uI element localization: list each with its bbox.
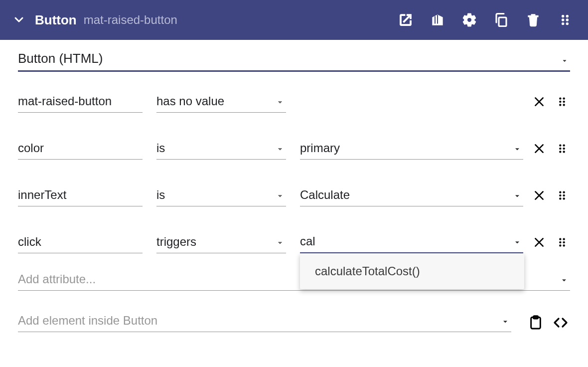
element-header: Button mat-raised-button <box>0 0 588 40</box>
attribute-operator-text: is <box>156 141 270 155</box>
svg-point-20 <box>563 191 565 193</box>
element-type-select[interactable]: Button (HTML) <box>18 48 570 72</box>
svg-point-9 <box>560 101 562 103</box>
attribute-name-text: color <box>18 141 143 155</box>
svg-point-13 <box>560 145 562 147</box>
attribute-name-input[interactable]: color <box>18 138 143 160</box>
dropdown-caret-icon[interactable] <box>274 143 286 155</box>
remove-attribute-icon[interactable] <box>531 234 547 250</box>
attribute-value-input[interactable]: Calculate <box>300 185 523 206</box>
svg-point-10 <box>563 101 565 103</box>
attribute-value-text: primary <box>300 141 507 155</box>
svg-point-17 <box>560 151 562 153</box>
attribute-operator-select[interactable]: is <box>156 138 286 160</box>
add-element-row: Add element inside Button <box>18 311 570 332</box>
svg-point-23 <box>560 198 562 200</box>
dropdown-caret-icon[interactable] <box>511 236 523 248</box>
attribute-name-text: click <box>18 235 143 249</box>
attribute-operator-text: has no value <box>156 94 270 108</box>
element-title: Button <box>35 12 77 28</box>
attribute-name-text: innerText <box>18 188 143 202</box>
collapse-toggle[interactable] <box>12 13 26 27</box>
add-element-placeholder: Add element inside Button <box>18 314 495 328</box>
svg-point-16 <box>563 148 565 150</box>
attribute-name-input[interactable]: innerText <box>18 185 143 206</box>
attribute-value-input[interactable]: cal <box>300 231 523 253</box>
attribute-row: mat-raised-button has no value <box>18 82 570 113</box>
svg-point-6 <box>566 22 568 24</box>
dropdown-caret-icon[interactable] <box>274 96 286 108</box>
svg-point-22 <box>563 194 565 196</box>
svg-point-18 <box>563 151 565 153</box>
clipboard-icon[interactable] <box>526 313 545 332</box>
remove-attribute-icon[interactable] <box>531 94 547 110</box>
dropdown-caret-icon[interactable] <box>558 274 570 286</box>
dropdown-caret-icon[interactable] <box>511 190 523 202</box>
svg-point-26 <box>563 238 565 240</box>
attribute-operator-select[interactable]: has no value <box>156 91 286 113</box>
autocomplete-dropdown: calculateTotalCost() <box>300 253 524 289</box>
remove-attribute-icon[interactable] <box>531 141 547 157</box>
dropdown-caret-icon[interactable] <box>511 143 523 155</box>
open-in-new-icon[interactable] <box>395 9 417 31</box>
svg-point-25 <box>560 238 562 240</box>
settings-icon[interactable] <box>458 9 480 31</box>
element-subtitle: mat-raised-button <box>84 13 177 27</box>
svg-point-29 <box>560 245 562 247</box>
dropdown-caret-icon[interactable] <box>559 55 570 66</box>
dropdown-caret-icon[interactable] <box>499 316 511 328</box>
svg-point-19 <box>560 191 562 193</box>
attribute-value-text: Calculate <box>300 188 507 202</box>
svg-point-24 <box>563 198 565 200</box>
attribute-name-text: mat-raised-button <box>18 94 143 108</box>
attribute-value-input[interactable]: primary <box>300 138 523 160</box>
attribute-row: click triggers cal <box>18 222 570 253</box>
svg-point-30 <box>563 245 565 247</box>
attribute-operator-select[interactable]: triggers <box>156 232 286 253</box>
drag-row-icon[interactable] <box>554 234 570 250</box>
attribute-name-input[interactable]: mat-raised-button <box>18 91 143 113</box>
svg-point-14 <box>563 145 565 147</box>
attribute-name-input[interactable]: click <box>18 232 143 253</box>
attribute-row: color is primary <box>18 129 570 160</box>
attribute-operator-select[interactable]: is <box>156 185 286 206</box>
drag-row-icon[interactable] <box>554 141 570 157</box>
drag-handle-icon[interactable] <box>554 9 576 31</box>
svg-point-21 <box>560 194 562 196</box>
dropdown-caret-icon[interactable] <box>274 190 286 202</box>
element-editor: Button (HTML) mat-raised-button has no v… <box>0 40 588 332</box>
svg-point-11 <box>560 104 562 106</box>
svg-rect-0 <box>499 17 506 26</box>
svg-point-8 <box>563 98 565 100</box>
svg-point-1 <box>562 15 564 17</box>
svg-point-15 <box>560 148 562 150</box>
drag-row-icon[interactable] <box>554 94 570 110</box>
svg-point-5 <box>562 22 564 24</box>
svg-point-12 <box>563 104 565 106</box>
remove-attribute-icon[interactable] <box>531 187 547 203</box>
code-icon[interactable] <box>551 313 570 332</box>
drag-row-icon[interactable] <box>554 187 570 203</box>
svg-point-27 <box>560 241 562 243</box>
svg-point-28 <box>563 241 565 243</box>
attribute-operator-text: is <box>156 188 270 202</box>
attribute-row: innerText is Calculate <box>18 176 570 206</box>
autocomplete-option[interactable]: calculateTotalCost() <box>315 264 509 278</box>
svg-point-2 <box>566 15 568 17</box>
copy-icon[interactable] <box>490 9 512 31</box>
palette-icon[interactable] <box>427 9 448 31</box>
element-type-value: Button (HTML) <box>18 51 559 66</box>
delete-icon[interactable] <box>522 9 544 31</box>
svg-point-4 <box>566 19 568 21</box>
svg-point-3 <box>562 19 564 21</box>
dropdown-caret-icon[interactable] <box>274 237 286 249</box>
attribute-value-text: cal <box>300 234 507 248</box>
attribute-operator-text: triggers <box>156 235 270 249</box>
add-element-input[interactable]: Add element inside Button <box>18 311 511 332</box>
svg-point-7 <box>560 98 562 100</box>
